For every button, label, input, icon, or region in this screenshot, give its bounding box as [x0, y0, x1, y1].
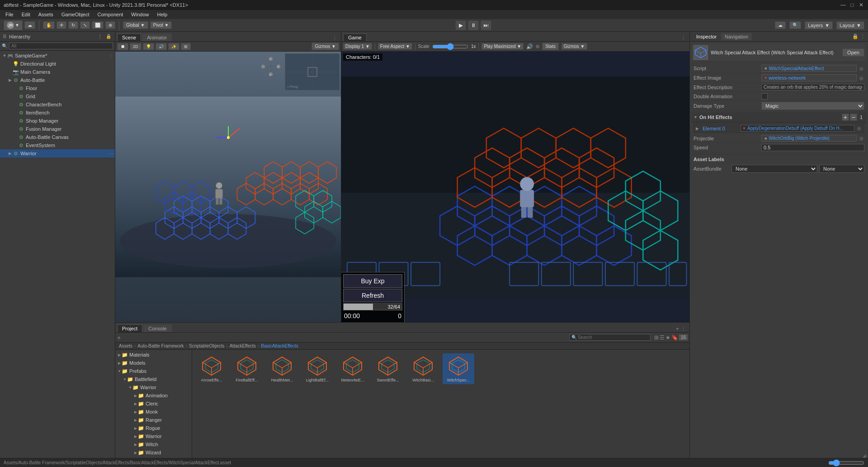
tree-characters[interactable]: ▼ 📁 Warrior	[115, 383, 192, 391]
asset-meteorite-effect[interactable]: MeteoriteE...	[337, 353, 368, 384]
asset-sword-effect[interactable]: SwordEffe...	[372, 353, 404, 384]
breadcrumb-scriptable[interactable]: ScriptableObjects	[189, 343, 224, 348]
asset-fireball-effect[interactable]: FireBallEff...	[231, 353, 263, 384]
search-btn[interactable]: 🔍	[789, 21, 801, 29]
tab-game[interactable]: Game	[343, 33, 367, 41]
projectile-select[interactable]: ◎	[859, 136, 864, 141]
play-mode-dropdown[interactable]: Play Maximized ▼	[481, 43, 524, 50]
tree-item-character-bench[interactable]: ⚙ CharacterBench	[0, 100, 115, 109]
close-btn[interactable]: ✕	[858, 2, 864, 8]
breadcrumb-framework[interactable]: Auto-Battle Framework	[137, 343, 184, 348]
menu-window[interactable]: Window	[127, 11, 152, 18]
play-button[interactable]: ▶	[456, 21, 466, 30]
element-0-value[interactable]: × ApplyDegenerationDebuff (Apply Debuff …	[741, 125, 854, 132]
breadcrumb-attack[interactable]: AttackEffects	[230, 343, 256, 348]
tree-battlefield[interactable]: ▼ 📁Battlefield	[115, 375, 192, 383]
tree-item-shop-manager[interactable]: ⚙ Shop Manager	[0, 117, 115, 125]
gizmos-dropdown[interactable]: Gizmos ▼	[561, 43, 587, 50]
menu-file[interactable]: File	[2, 11, 17, 18]
game-view[interactable]: Characters: 0/1	[341, 52, 689, 322]
collab-btn[interactable]: ☁	[775, 21, 786, 29]
buy-exp-btn[interactable]: Buy Exp	[343, 274, 402, 288]
tree-prefabs[interactable]: ▼ 📁Prefabs	[115, 367, 192, 375]
inspector-menu-btn[interactable]: ⋮	[860, 33, 865, 39]
tree-item-floor[interactable]: ⚙ Floor	[0, 84, 115, 92]
account-btn[interactable]: JR ▼	[4, 20, 23, 30]
effect-desc-input[interactable]	[761, 84, 864, 91]
effect-image-select[interactable]: ◎	[859, 76, 864, 81]
tree-monk[interactable]: ▶ 📁Monk	[115, 408, 192, 416]
tree-item-auto-battle[interactable]: ▶ ⚙ Auto-Battle	[0, 76, 115, 84]
effect-image-ref[interactable]: × wireless-network	[761, 74, 857, 81]
menu-assets[interactable]: Assets	[35, 11, 57, 18]
damage-type-select[interactable]: Magic Physical	[761, 102, 864, 110]
project-icon1[interactable]: ⊞	[654, 334, 659, 341]
tab-project[interactable]: Project	[117, 324, 142, 332]
tab-animator[interactable]: Animator	[142, 33, 172, 41]
script-select-icon[interactable]: ◎	[859, 66, 864, 71]
tree-item-event-system[interactable]: ⚙ EventSystem	[0, 141, 115, 149]
transform-tool[interactable]: ⊕	[105, 21, 115, 29]
pivot-toggle[interactable]: Pivot ▼	[150, 21, 172, 29]
move-tool[interactable]: ✛	[57, 21, 66, 29]
step-button[interactable]: ⏭	[481, 21, 491, 30]
tree-item-fusion-manager[interactable]: ⚙ Fusion Manager	[0, 125, 115, 133]
tree-witch[interactable]: ▶ 📁Witch	[115, 440, 192, 448]
double-anim-checkbox[interactable]	[761, 93, 768, 100]
project-new-btn[interactable]: +	[676, 326, 679, 332]
scene-lighting-btn[interactable]: 💡	[143, 43, 154, 50]
inspector-open-btn[interactable]: Open	[842, 48, 864, 57]
on-hit-remove-btn[interactable]: −	[850, 114, 857, 121]
stats-btn[interactable]: Stats	[542, 43, 559, 50]
global-toggle[interactable]: Global ▼	[123, 21, 148, 29]
tree-item-auto-battle-canvas[interactable]: ⚙ Auto-Battle Canvas	[0, 133, 115, 141]
breadcrumb-basic[interactable]: BasicAttackEffects	[261, 343, 298, 348]
pause-button[interactable]: ⏸	[468, 21, 478, 30]
vsync-icon[interactable]: ⊞	[536, 44, 539, 49]
display-dropdown[interactable]: Display 1 ▼	[343, 43, 372, 50]
minimize-btn[interactable]: —	[840, 2, 846, 8]
asset-witch-special[interactable]: WitchSpec...	[443, 353, 474, 384]
tree-animation[interactable]: ▶ 📁Animation	[115, 391, 192, 400]
asset-bundle-select-2[interactable]: None	[819, 165, 864, 173]
menu-edit[interactable]: Edit	[18, 11, 34, 18]
project-icon4[interactable]: 🔖	[671, 334, 678, 341]
on-hit-effects-section[interactable]: ▼ On Hit Effects + − 1	[692, 112, 866, 123]
inspector-lock-btn[interactable]: 🔒	[852, 33, 859, 39]
breadcrumb-assets[interactable]: Assets	[119, 343, 132, 348]
asset-bundle-select-1[interactable]: None	[731, 165, 817, 173]
asset-health-effect[interactable]: HealthMet...	[266, 353, 298, 384]
scene-panel-menu[interactable]: ⋮	[332, 35, 337, 41]
scene-nav-gizmo[interactable]: Y X Z	[259, 55, 282, 78]
maximize-btn[interactable]: □	[849, 2, 855, 8]
scene-grid-btn[interactable]: ⊞	[181, 43, 191, 50]
aspect-dropdown[interactable]: Free Aspect ▼	[378, 43, 412, 50]
speed-input[interactable]	[761, 144, 864, 151]
tab-console[interactable]: Console	[143, 324, 171, 332]
cloud-btn[interactable]: ☁	[24, 21, 35, 29]
scene-gizmos-btn[interactable]: Gizmos ▼	[311, 43, 339, 50]
asset-witch-basic[interactable]: WitchBasi...	[407, 353, 439, 384]
tree-item-samplegame[interactable]: ▼ 🎮 SampleGame* ⋮	[0, 52, 115, 60]
rotate-tool[interactable]: ↻	[68, 21, 78, 29]
rect-tool[interactable]: ⬜	[92, 21, 104, 29]
hand-tool[interactable]: ✋	[43, 21, 55, 29]
project-search-input[interactable]	[578, 335, 648, 340]
project-add-btn[interactable]: +	[117, 334, 121, 341]
hierarchy-menu-btn[interactable]: ⋮	[97, 34, 103, 39]
tree-warrior[interactable]: ▶ 📁Warrior	[115, 432, 192, 440]
asset-arrow-effect[interactable]: ArrowEffe...	[196, 353, 227, 384]
projectile-ref[interactable]: ■ WitchOrbBig (Witch Projectile)	[761, 135, 857, 142]
tab-scene[interactable]: Scene	[117, 33, 141, 41]
hierarchy-search-input[interactable]	[9, 43, 113, 49]
zoom-slider[interactable]	[828, 461, 864, 465]
tree-ranger[interactable]: ▶ 📁Ranger	[115, 416, 192, 424]
tree-item-warrior[interactable]: ▶ ⚙ Warrior ⋯	[0, 149, 115, 157]
scale-slider[interactable]	[432, 44, 468, 49]
menu-gameobject[interactable]: GameObject	[58, 11, 93, 18]
project-icon2[interactable]: ☰	[660, 334, 665, 341]
mute-icon[interactable]: 🔊	[526, 43, 533, 50]
tree-item-directional-light[interactable]: 💡 Directional Light	[0, 60, 115, 68]
project-menu-btn[interactable]: ⋮	[681, 326, 686, 332]
tab-navigation[interactable]: Navigation	[721, 33, 752, 40]
